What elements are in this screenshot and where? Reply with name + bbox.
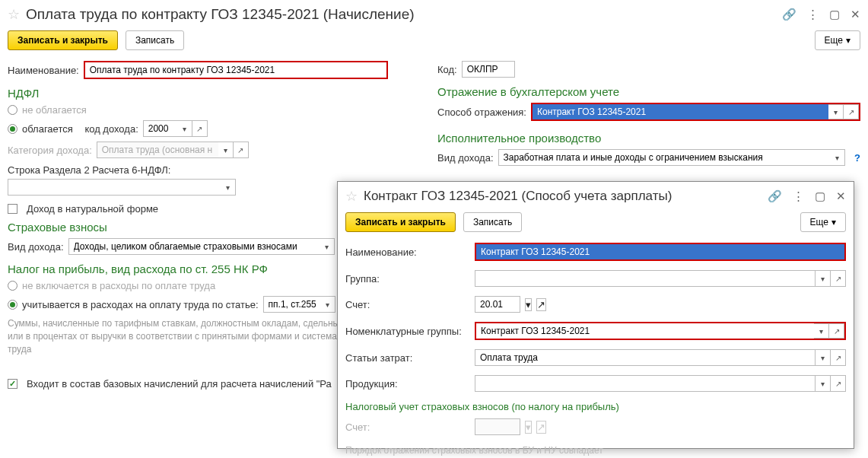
maximize-icon[interactable]: ▢	[815, 189, 825, 203]
base-accrual-checkbox[interactable]	[8, 379, 17, 389]
dlg-footer-note: Порядок отражения страховых взносов в БУ…	[345, 444, 733, 457]
section2-combo[interactable]: ▾	[8, 179, 236, 196]
more-button[interactable]: Еще ▾	[815, 30, 860, 50]
exec-header: Исполнительное производство	[437, 132, 860, 145]
dialog-save-button[interactable]: Записать	[463, 212, 522, 232]
close-icon[interactable]: ✕	[851, 8, 860, 21]
dlg-account-combo[interactable]: ▾ ↗	[475, 296, 546, 313]
dlg-tax-account-combo: ▾ ↗	[475, 418, 546, 435]
link-icon[interactable]: 🔗	[782, 8, 796, 21]
dialog-more-button[interactable]: Еще ▾	[800, 212, 846, 232]
dlg-account-label: Счет:	[345, 299, 475, 310]
chevron-down-icon: ▾	[831, 217, 836, 227]
section2-label: Строка Раздела 2 Расчета 6-НДФЛ:	[8, 164, 415, 176]
titlebar: ☆ Оплата труда по контракту ГОЗ 12345-20…	[8, 6, 860, 23]
dropdown-icon[interactable]: ▾	[177, 120, 192, 137]
toolbar: Записать и закрыть Записать Еще ▾	[8, 30, 860, 50]
dialog-save-and-close-button[interactable]: Записать и закрыть	[345, 212, 456, 232]
dropdown-icon[interactable]: ▾	[830, 149, 845, 166]
reflection-method-combo[interactable]: ▾ ↗	[531, 103, 860, 121]
category-label: Категория дохода:	[8, 145, 92, 156]
form-title: Оплата труда по контракту ГОЗ 12345-2021…	[26, 6, 782, 23]
dropdown-icon[interactable]: ▾	[828, 104, 844, 119]
salary-accounting-dialog: ☆ Контракт ГОЗ 12345-2021 (Способ учета …	[337, 181, 854, 449]
dlg-name-field[interactable]	[475, 243, 846, 261]
dropdown-icon[interactable]: ▾	[320, 296, 335, 313]
save-and-close-button[interactable]: Записать и закрыть	[8, 30, 118, 50]
insurance-type-combo[interactable]: ▾	[68, 238, 335, 255]
kebab-icon[interactable]: ⋮	[807, 8, 819, 21]
dlg-tax-section: Налоговый учет страховых взносов (по нал…	[345, 401, 846, 412]
open-icon: ↗	[536, 421, 546, 434]
exec-type-label: Вид дохода:	[437, 152, 494, 164]
open-icon[interactable]: ↗	[831, 270, 846, 287]
dlg-nomen-label: Номенклатурные группы:	[345, 326, 475, 337]
maximize-icon[interactable]: ▢	[829, 8, 840, 21]
accounting-header: Отражение в бухгалтерском учете	[437, 85, 860, 98]
insurance-type-label: Вид дохода:	[8, 241, 64, 253]
dlg-tax-account-label: Счет:	[345, 421, 475, 433]
code-input[interactable]	[462, 61, 515, 78]
dropdown-icon[interactable]: ▾	[816, 349, 831, 366]
help-icon[interactable]: ?	[854, 152, 860, 164]
open-icon[interactable]: ↗	[831, 375, 846, 392]
dlg-nomen-combo[interactable]: ▾ ↗	[475, 322, 846, 340]
dropdown-icon[interactable]: ▾	[525, 298, 532, 311]
profit-article-combo[interactable]: ▾	[263, 296, 335, 313]
dialog-title: Контракт ГОЗ 12345-2021 (Способ учета за…	[364, 189, 768, 204]
open-icon[interactable]: ↗	[536, 298, 546, 311]
dropdown-icon[interactable]: ▾	[320, 238, 335, 255]
dropdown-icon[interactable]: ▾	[816, 270, 831, 287]
kebab-icon[interactable]: ⋮	[793, 189, 804, 203]
income-category-combo: ▾ ↗	[97, 142, 249, 158]
dropdown-icon: ▾	[525, 421, 532, 434]
radio-taxed[interactable]: облагается код дохода: ▾ ↗	[8, 120, 415, 137]
exec-type-combo[interactable]: ▾	[498, 149, 846, 166]
window-controls: 🔗 ⋮ ▢ ✕	[782, 8, 860, 21]
dropdown-icon: ▾	[218, 142, 234, 158]
open-icon[interactable]: ↗	[831, 349, 846, 366]
code-label: Код:	[437, 64, 457, 75]
close-icon[interactable]: ✕	[836, 189, 846, 203]
name-input[interactable]	[84, 61, 388, 79]
favorite-star-icon[interactable]: ☆	[345, 188, 358, 205]
ndfl-header: НДФЛ	[8, 87, 415, 100]
link-icon[interactable]: 🔗	[768, 189, 782, 203]
name-label: Наименование:	[8, 65, 79, 76]
favorite-star-icon[interactable]: ☆	[8, 6, 20, 23]
dlg-name-label: Наименование:	[345, 246, 475, 258]
radio-not-taxed[interactable]: не облагается	[8, 104, 415, 116]
method-label: Способ отражения:	[437, 107, 526, 118]
dropdown-icon[interactable]: ▾	[814, 323, 829, 339]
save-button[interactable]: Записать	[126, 30, 184, 50]
dlg-cost-combo[interactable]: ▾ ↗	[475, 349, 846, 366]
chevron-down-icon: ▾	[846, 35, 851, 46]
dialog-window-controls: 🔗 ⋮ ▢ ✕	[768, 189, 846, 203]
dialog-toolbar: Записать и закрыть Записать Еще ▾	[345, 212, 846, 232]
natural-income-checkbox[interactable]	[8, 204, 17, 214]
dlg-group-label: Группа:	[345, 273, 475, 285]
open-icon[interactable]: ↗	[192, 120, 208, 137]
dlg-cost-label: Статьи затрат:	[345, 352, 475, 364]
dropdown-icon[interactable]: ▾	[221, 179, 236, 196]
open-icon[interactable]: ↗	[844, 104, 859, 119]
dlg-product-label: Продукция:	[345, 378, 475, 390]
dlg-group-combo[interactable]: ▾ ↗	[475, 270, 846, 287]
dlg-product-combo[interactable]: ▾ ↗	[475, 375, 846, 392]
dropdown-icon[interactable]: ▾	[816, 375, 831, 392]
open-icon[interactable]: ↗	[829, 323, 844, 339]
open-icon: ↗	[234, 142, 249, 158]
dialog-titlebar: ☆ Контракт ГОЗ 12345-2021 (Способ учета …	[345, 188, 846, 205]
income-code-combo[interactable]: ▾ ↗	[143, 120, 208, 137]
